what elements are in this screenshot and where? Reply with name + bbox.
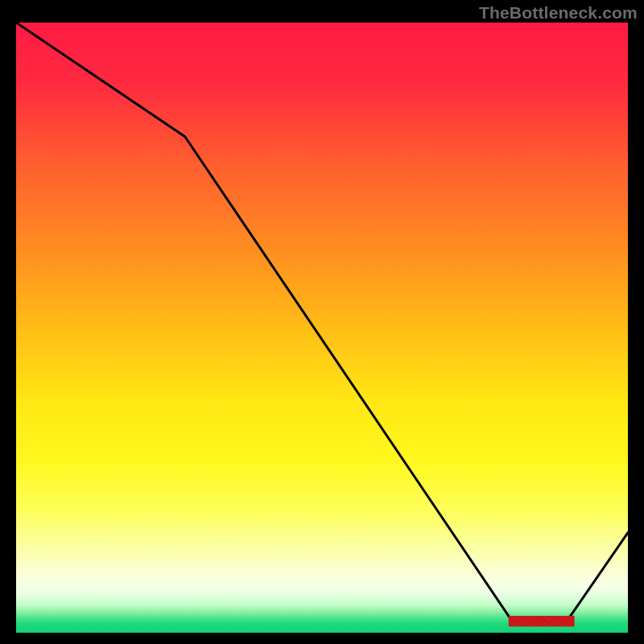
plot-area: ███████████ <box>16 23 628 633</box>
watermark-text: TheBottleneck.com <box>479 3 638 23</box>
chart-svg <box>16 23 628 633</box>
chart-frame: TheBottleneck.com ███████████ <box>0 0 644 644</box>
gradient-background <box>16 23 628 633</box>
x-axis-marker: ███████████ <box>509 616 574 625</box>
